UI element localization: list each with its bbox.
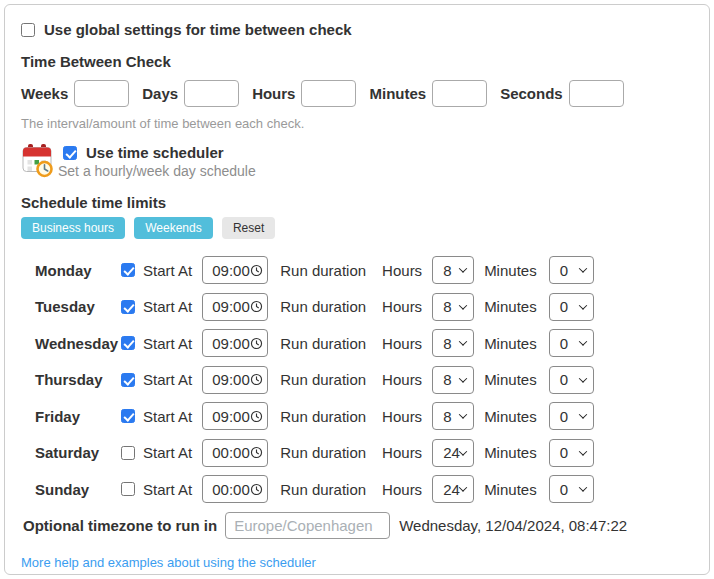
- interval-field-days: Days: [142, 80, 239, 107]
- interval-help-text: The interval/amount of time between each…: [21, 116, 693, 131]
- run-minutes-select[interactable]: 0: [549, 366, 594, 394]
- hours-label: Hours: [382, 371, 422, 388]
- chevron-down-icon: [578, 483, 586, 491]
- start-time-input[interactable]: 09:00: [202, 366, 268, 394]
- reset-button[interactable]: Reset: [222, 217, 275, 239]
- run-duration-label: Run duration: [280, 371, 366, 388]
- minutes-label: Minutes: [484, 335, 537, 352]
- start-time-input[interactable]: 09:00: [202, 329, 268, 357]
- run-duration-label: Run duration: [280, 408, 366, 425]
- run-duration-label: Run duration: [280, 262, 366, 279]
- days-input[interactable]: [184, 80, 239, 107]
- run-hours-value: 8: [443, 298, 460, 315]
- start-at-label: Start At: [143, 481, 192, 498]
- chevron-down-icon: [578, 264, 586, 272]
- run-minutes-select[interactable]: 0: [549, 475, 594, 503]
- timezone-label: Optional timezone to run in: [23, 517, 217, 534]
- day-enabled-checkbox[interactable]: [121, 263, 135, 277]
- hours-label: Hours: [382, 408, 422, 425]
- use-time-scheduler-checkbox[interactable]: [63, 146, 77, 160]
- day-label: Thursday: [35, 371, 121, 388]
- day-enabled-checkbox[interactable]: [121, 446, 135, 460]
- scheduler-text: Use time scheduler Set a hourly/week day…: [63, 144, 256, 179]
- run-minutes-select[interactable]: 0: [549, 439, 594, 467]
- interval-field-weeks: Weeks: [21, 80, 129, 107]
- start-time-input[interactable]: 09:00: [202, 293, 268, 321]
- timezone-input[interactable]: [225, 512, 390, 539]
- day-enabled-checkbox[interactable]: [121, 409, 135, 423]
- day-label: Friday: [35, 408, 121, 425]
- current-datetime: Wednesday, 12/04/2024, 08:47:22: [399, 517, 627, 534]
- run-minutes-value: 0: [560, 298, 580, 315]
- chevron-down-icon: [459, 447, 467, 455]
- run-hours-value: 24: [443, 444, 460, 461]
- global-settings-checkbox[interactable]: [21, 23, 35, 37]
- weekends-button[interactable]: Weekends: [134, 217, 212, 239]
- start-at-label: Start At: [143, 371, 192, 388]
- schedule-row-tuesday: Tuesday Start At 09:00 Run duration Hour…: [35, 293, 693, 321]
- global-settings-label: Use global settings for time between che…: [44, 21, 352, 38]
- clock-icon: [250, 483, 263, 496]
- start-time-input[interactable]: 00:00: [202, 439, 268, 467]
- minutes-label: Minutes: [484, 262, 537, 279]
- run-hours-select[interactable]: 8: [432, 329, 474, 357]
- run-hours-value: 24: [443, 481, 460, 498]
- chevron-down-icon: [459, 301, 467, 309]
- hours-label: Hours: [382, 444, 422, 461]
- hours-label: Hours: [382, 262, 422, 279]
- run-hours-select[interactable]: 8: [432, 402, 474, 430]
- minutes-label: Minutes: [484, 298, 537, 315]
- chevron-down-icon: [578, 337, 586, 345]
- minutes-input[interactable]: [432, 80, 487, 107]
- days-label: Days: [142, 85, 178, 102]
- clock-icon: [250, 410, 263, 423]
- start-time-value: 09:00: [212, 298, 250, 315]
- hours-label: Hours: [252, 85, 295, 102]
- run-minutes-value: 0: [560, 262, 580, 279]
- run-hours-value: 8: [443, 262, 460, 279]
- start-at-label: Start At: [143, 298, 192, 315]
- run-minutes-select[interactable]: 0: [549, 329, 594, 357]
- schedule-row-friday: Friday Start At 09:00 Run duration Hours…: [35, 402, 693, 430]
- run-duration-label: Run duration: [280, 335, 366, 352]
- schedule-row-sunday: Sunday Start At 00:00 Run duration Hours…: [35, 475, 693, 503]
- chevron-down-icon: [578, 374, 586, 382]
- run-hours-select[interactable]: 24: [432, 475, 474, 503]
- run-hours-select[interactable]: 8: [432, 366, 474, 394]
- day-enabled-checkbox[interactable]: [121, 373, 135, 387]
- hours-input[interactable]: [301, 80, 356, 107]
- start-time-value: 09:00: [212, 335, 250, 352]
- schedule-row-saturday: Saturday Start At 00:00 Run duration Hou…: [35, 439, 693, 467]
- day-enabled-checkbox[interactable]: [121, 482, 135, 496]
- day-enabled-checkbox[interactable]: [121, 336, 135, 350]
- seconds-input[interactable]: [569, 80, 624, 107]
- start-time-input[interactable]: 00:00: [202, 475, 268, 503]
- start-time-value: 00:00: [212, 481, 250, 498]
- start-at-label: Start At: [143, 408, 192, 425]
- run-hours-select[interactable]: 8: [432, 256, 474, 284]
- run-minutes-value: 0: [560, 444, 580, 461]
- run-minutes-select[interactable]: 0: [549, 293, 594, 321]
- scheduler-help-link[interactable]: More help and examples about using the s…: [21, 555, 316, 570]
- day-enabled-checkbox[interactable]: [121, 300, 135, 314]
- run-minutes-select[interactable]: 0: [549, 402, 594, 430]
- clock-icon: [250, 264, 263, 277]
- start-time-value: 00:00: [212, 444, 250, 461]
- weeks-label: Weeks: [21, 85, 68, 102]
- start-time-input[interactable]: 09:00: [202, 402, 268, 430]
- interval-field-hours: Hours: [252, 80, 356, 107]
- run-hours-select[interactable]: 8: [432, 293, 474, 321]
- day-label: Sunday: [35, 481, 121, 498]
- chevron-down-icon: [578, 410, 586, 418]
- preset-buttons-row: Business hours Weekends Reset: [21, 217, 693, 239]
- run-hours-select[interactable]: 24: [432, 439, 474, 467]
- run-hours-value: 8: [443, 335, 460, 352]
- minutes-label: Minutes: [484, 481, 537, 498]
- start-time-input[interactable]: 09:00: [202, 256, 268, 284]
- hours-label: Hours: [382, 481, 422, 498]
- business-hours-button[interactable]: Business hours: [21, 217, 125, 239]
- weeks-input[interactable]: [74, 80, 129, 107]
- time-between-check-heading: Time Between Check: [21, 53, 693, 70]
- run-minutes-select[interactable]: 0: [549, 256, 594, 284]
- run-hours-value: 8: [443, 371, 460, 388]
